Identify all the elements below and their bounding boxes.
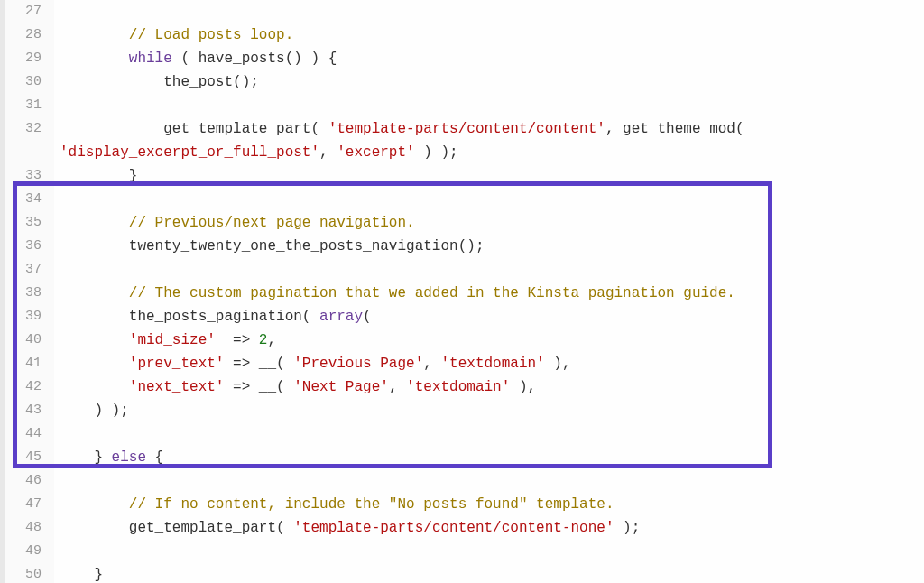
code-line[interactable] bbox=[60, 94, 924, 117]
code-token: 'textdomain' bbox=[406, 379, 510, 395]
code-token bbox=[60, 27, 129, 43]
code-token: 'template-parts/content/content' bbox=[328, 121, 605, 137]
code-line[interactable] bbox=[60, 0, 924, 23]
code-token: // Previous/next page navigation. bbox=[129, 215, 415, 231]
code-line[interactable]: twenty_twenty_one_the_posts_navigation()… bbox=[60, 235, 924, 258]
code-token: } bbox=[60, 449, 112, 466]
code-token: // If no content, include the "No posts … bbox=[129, 496, 614, 513]
code-token: // The custom pagination that we added i… bbox=[129, 285, 735, 301]
code-content-area[interactable]: // Load posts loop. while ( have_posts()… bbox=[54, 0, 924, 583]
code-token: ) ); bbox=[60, 403, 129, 419]
code-line[interactable]: } else { bbox=[60, 446, 924, 469]
code-line[interactable]: // The custom pagination that we added i… bbox=[60, 282, 924, 305]
code-token: 'prev_text' bbox=[129, 356, 225, 372]
code-token bbox=[60, 356, 129, 372]
code-token: } bbox=[60, 567, 103, 583]
code-token: { bbox=[146, 449, 163, 466]
code-token: // Load posts loop. bbox=[129, 27, 293, 43]
code-token: 'template-parts/content/content-none' bbox=[293, 520, 614, 536]
code-token bbox=[60, 379, 129, 395]
line-number: 39 bbox=[5, 305, 42, 329]
line-number: 28 bbox=[5, 23, 42, 47]
code-line[interactable]: 'prev_text' => __( 'Previous Page', 'tex… bbox=[60, 352, 924, 375]
line-number: 45 bbox=[5, 446, 42, 469]
line-number: 36 bbox=[5, 235, 42, 258]
code-token: => __( bbox=[224, 379, 293, 395]
code-token: 'textdomain' bbox=[440, 356, 544, 372]
code-token: => bbox=[216, 332, 259, 348]
code-line[interactable] bbox=[60, 188, 924, 211]
line-number: 42 bbox=[5, 375, 42, 399]
code-line[interactable] bbox=[60, 258, 924, 282]
code-line[interactable]: get_template_part( 'template-parts/conte… bbox=[60, 516, 924, 540]
code-line[interactable] bbox=[60, 469, 924, 493]
code-token: 'display_excerpt_or_full_post' bbox=[60, 144, 319, 161]
code-line[interactable]: 'next_text' => __( 'Next Page', 'textdom… bbox=[60, 375, 924, 399]
code-token: , bbox=[389, 379, 406, 395]
code-line[interactable]: } bbox=[60, 563, 924, 583]
code-token: ); bbox=[614, 520, 641, 536]
line-number-gutter: 2728293031323334353637383940414243444546… bbox=[5, 0, 54, 583]
code-token: 'Previous Page' bbox=[293, 356, 423, 372]
line-number: 35 bbox=[5, 211, 42, 235]
code-line[interactable]: the_post(); bbox=[60, 70, 924, 94]
code-token: the_post(); bbox=[60, 74, 259, 90]
code-token: , bbox=[319, 144, 337, 161]
code-token bbox=[60, 215, 129, 231]
line-number: 32 bbox=[5, 117, 42, 141]
line-number: 44 bbox=[5, 422, 42, 446]
line-number: 29 bbox=[5, 47, 42, 70]
code-token: , bbox=[267, 332, 276, 348]
code-token bbox=[60, 496, 129, 513]
code-token: while bbox=[129, 51, 172, 67]
code-line[interactable] bbox=[60, 422, 924, 446]
line-number: 38 bbox=[5, 282, 42, 305]
code-editor[interactable]: 2728293031323334353637383940414243444546… bbox=[0, 0, 924, 583]
line-number: 48 bbox=[5, 516, 42, 540]
code-line[interactable]: // Load posts loop. bbox=[60, 23, 924, 47]
code-line[interactable]: while ( have_posts() ) { bbox=[60, 47, 924, 70]
code-line[interactable]: } bbox=[60, 164, 924, 188]
code-token: twenty_twenty_one_the_posts_navigation()… bbox=[60, 238, 484, 254]
code-token: the_posts_pagination( bbox=[60, 309, 319, 325]
code-token: ), bbox=[510, 379, 536, 395]
line-number: 27 bbox=[5, 0, 42, 23]
code-token: get_template_part( bbox=[60, 121, 328, 137]
code-token: array bbox=[319, 309, 363, 325]
code-line[interactable]: ) ); bbox=[60, 399, 924, 422]
code-token: , bbox=[423, 356, 440, 372]
code-token: 'mid_size' bbox=[129, 332, 216, 348]
line-number: 50 bbox=[5, 563, 42, 583]
code-token: 'next_text' bbox=[129, 379, 225, 395]
code-token: , get_theme_mod( bbox=[605, 121, 753, 137]
line-number: 43 bbox=[5, 399, 42, 422]
code-token bbox=[60, 332, 129, 348]
code-token: => __( bbox=[224, 356, 293, 372]
line-number bbox=[5, 141, 42, 164]
line-number: 49 bbox=[5, 540, 42, 563]
code-line[interactable]: // If no content, include the "No posts … bbox=[60, 493, 924, 516]
line-number: 33 bbox=[5, 164, 42, 188]
code-token: 'excerpt' bbox=[337, 144, 414, 161]
line-number: 37 bbox=[5, 258, 42, 282]
line-number: 30 bbox=[5, 70, 42, 94]
code-token: 'Next Page' bbox=[293, 379, 389, 395]
code-token: ( have_posts() ) { bbox=[172, 51, 337, 67]
code-token: else bbox=[112, 449, 146, 466]
code-token: } bbox=[60, 168, 137, 184]
line-number: 47 bbox=[5, 493, 42, 516]
code-token bbox=[60, 51, 129, 67]
code-line[interactable]: get_template_part( 'template-parts/conte… bbox=[60, 117, 924, 141]
code-line[interactable] bbox=[60, 540, 924, 563]
code-token: ( bbox=[363, 309, 372, 325]
code-line[interactable]: 'display_excerpt_or_full_post', 'excerpt… bbox=[60, 141, 924, 164]
line-number: 41 bbox=[5, 352, 42, 375]
code-line[interactable]: // Previous/next page navigation. bbox=[60, 211, 924, 235]
line-number: 40 bbox=[5, 329, 42, 352]
line-number: 46 bbox=[5, 469, 42, 493]
code-token: 2 bbox=[259, 332, 268, 348]
code-line[interactable]: the_posts_pagination( array( bbox=[60, 305, 924, 329]
code-token bbox=[60, 285, 129, 301]
code-line[interactable]: 'mid_size' => 2, bbox=[60, 329, 924, 352]
line-number: 34 bbox=[5, 188, 42, 211]
